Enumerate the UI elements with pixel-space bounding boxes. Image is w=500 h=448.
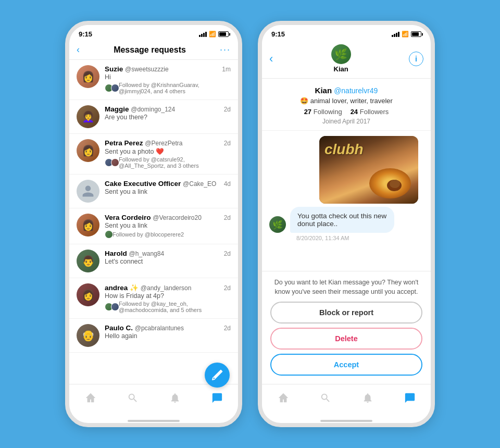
- sender-name: Cake Executive Officer @Cake_EO: [105, 180, 216, 188]
- followers-stat: 24 Followers: [351, 108, 389, 116]
- info-button[interactable]: i: [409, 52, 423, 66]
- nav-search-button[interactable]: [121, 390, 144, 406]
- nav-home-button[interactable]: [272, 390, 295, 406]
- messages-icon: [211, 392, 223, 404]
- sender-name: Vera Cordeiro @Veracordeiro20: [105, 214, 202, 221]
- back-button[interactable]: ‹: [77, 44, 80, 55]
- follow-info: Followed by @catsrule92, @All_The_Sportz…: [105, 156, 231, 169]
- sender-name: Suzie @sweetsuzzzie: [105, 65, 169, 73]
- avatar: 👨: [77, 250, 99, 272]
- profile-bio: 🤩 animal lover, writer, traveler: [270, 97, 422, 105]
- sender-name: Harold @h_wang84: [105, 250, 164, 257]
- more-options-button[interactable]: ···: [220, 44, 231, 55]
- delete-button[interactable]: Delete: [270, 328, 422, 350]
- nav-notifications-button[interactable]: [356, 390, 379, 406]
- nav-notifications-button[interactable]: [164, 390, 186, 406]
- avatar: 👩: [77, 214, 99, 237]
- message-preview: Sent you a link: [105, 222, 231, 229]
- battery-icon: [218, 31, 229, 37]
- list-item[interactable]: 👩 andrea ✨ @andy_landerson 2d How is Fri…: [69, 278, 238, 319]
- page-title: Message requests: [114, 45, 186, 55]
- status-bar-left: 9:15 📶: [69, 25, 238, 40]
- message-preview: Hello again: [105, 332, 231, 340]
- wifi-icon: 📶: [402, 31, 409, 38]
- nav-home-button[interactable]: [79, 390, 102, 406]
- notifications-icon: [169, 392, 181, 404]
- nav-messages-button[interactable]: [206, 390, 229, 406]
- home-icon: [85, 392, 96, 404]
- battery-icon: [411, 31, 421, 37]
- follow-info: Followed by @blocoperere2: [105, 230, 231, 239]
- message-time: 2d: [224, 250, 231, 257]
- notifications-icon: [362, 392, 373, 404]
- bottom-nav-left: [69, 384, 238, 417]
- wifi-icon: 📶: [209, 31, 216, 38]
- compose-fab-button[interactable]: [205, 363, 230, 388]
- home-indicator: [320, 420, 372, 422]
- home-icon: [278, 392, 289, 404]
- list-item[interactable]: 👨 Harold @h_wang84 2d Let's connect: [69, 244, 238, 278]
- sender-name: Petra Perez @PerezPetra: [105, 139, 183, 147]
- bottom-nav-right: [262, 384, 431, 417]
- acceptance-prompt: Do you want to let Kian message you? The…: [270, 278, 422, 296]
- profile-joined: Joined April 2017: [270, 118, 422, 125]
- accept-button[interactable]: Accept: [270, 354, 422, 376]
- avatar: [77, 180, 99, 203]
- nav-messages-button[interactable]: [398, 390, 421, 406]
- profile-name: Kian: [315, 86, 332, 95]
- messages-list: 👩 Suzie @sweetsuzzzie 1m Hi Followed by …: [69, 60, 238, 384]
- message-preview: Sent you a link: [105, 188, 231, 195]
- following-stat: 27 Following: [304, 108, 342, 116]
- message-content: Vera Cordeiro @Veracordeiro20 2d Sent yo…: [105, 214, 231, 239]
- profile-stats: 27 Following 24 Followers: [270, 108, 422, 116]
- follow-info: Followed by @kay_tee_oh, @machodocomida,…: [105, 301, 231, 313]
- message-preview: Hi: [105, 73, 231, 81]
- list-item[interactable]: 👩 Petra Perez @PerezPetra 2d Sent you a …: [69, 134, 238, 175]
- avatar: 👴: [77, 324, 99, 347]
- list-item[interactable]: 👴 Paulo C. @pcabralantunes 2d Hello agai…: [69, 319, 238, 353]
- search-icon: [127, 392, 139, 404]
- message-time: 2d: [224, 106, 231, 113]
- profile-handle: @naturelvr49: [334, 86, 378, 95]
- list-item[interactable]: Cake Executive Officer @Cake_EO 4d Sent …: [69, 175, 238, 208]
- message-preview: Are you there?: [105, 114, 231, 121]
- home-indicator: [128, 420, 180, 422]
- sender-name: Paulo C. @pcabralantunes: [105, 324, 184, 332]
- list-item[interactable]: 👩 Suzie @sweetsuzzzie 1m Hi Followed by …: [69, 60, 238, 100]
- message-preview: Let's connect: [105, 258, 231, 265]
- list-item[interactable]: 👩 Vera Cordeiro @Veracordeiro20 2d Sent …: [69, 208, 238, 244]
- nav-search-button[interactable]: [314, 390, 337, 406]
- avatar: 👩‍🦱: [77, 105, 99, 128]
- message-requests-header: ‹ Message requests ···: [69, 40, 238, 60]
- list-item[interactable]: 👩‍🦱 Maggie @domingo_124 2d Are you there…: [69, 100, 238, 134]
- left-phone: 9:15 📶 ‹ Message requests ···: [65, 21, 242, 427]
- chat-timestamp: 8/20/2020, 11:34 AM: [296, 235, 423, 241]
- sender-name: andrea ✨ @andy_landerson: [105, 283, 191, 292]
- status-time-left: 9:15: [79, 30, 92, 38]
- message-content: andrea ✨ @andy_landerson 2d How is Frida…: [105, 283, 231, 313]
- sender-name: Maggie @domingo_124: [105, 105, 175, 113]
- message-content: Maggie @domingo_124 2d Are you there?: [105, 105, 231, 121]
- block-or-report-button[interactable]: Block or report: [270, 302, 422, 323]
- message-time: 2d: [224, 284, 231, 292]
- message-preview: How is Friday at 4p?: [105, 292, 231, 300]
- message-content: Petra Perez @PerezPetra 2d Sent you a ph…: [105, 139, 231, 169]
- chat-name: Kian: [334, 65, 348, 73]
- message-time: 2d: [224, 214, 231, 221]
- message-time: 1m: [222, 66, 231, 73]
- signal-icon: [392, 32, 399, 37]
- avatar: 👩: [77, 65, 99, 88]
- status-time-right: 9:15: [271, 30, 285, 38]
- message-preview: Sent you a photo ❤️: [105, 147, 231, 155]
- chat-messages: clubh 🌿 You gotta check out this new don…: [262, 131, 431, 271]
- chat-bubble-row: 🌿 You gotta check out this new donut pla…: [269, 207, 423, 233]
- right-phone: 9:15 📶 ‹ 🌿 Kian: [258, 21, 435, 427]
- message-content: Paulo C. @pcabralantunes 2d Hello again: [105, 324, 231, 340]
- chat-header-center: 🌿 Kian: [331, 44, 351, 73]
- avatar: 👩: [77, 283, 99, 306]
- follow-info: Followed by @KrishnanGuarav, @jimmyj024,…: [105, 82, 231, 94]
- message-time: 2d: [224, 140, 231, 147]
- avatar: 👩: [77, 139, 99, 162]
- back-button[interactable]: ‹: [269, 52, 273, 66]
- signal-icon: [199, 32, 207, 37]
